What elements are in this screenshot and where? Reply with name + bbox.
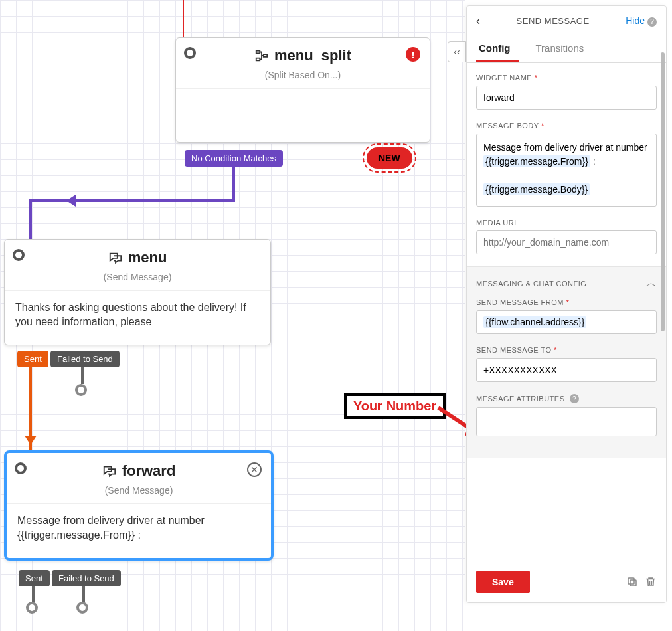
label-send-to: SEND MESSAGE TO *	[476, 346, 657, 354]
arrow-icon	[25, 436, 37, 445]
connector-line	[232, 166, 235, 201]
pill-no-condition[interactable]: No Condition Matches	[185, 150, 283, 167]
properties-panel: ‹ SEND MESSAGE Hide? Config Transitions …	[466, 5, 667, 603]
pill-failed[interactable]: Failed to Send	[52, 570, 121, 586]
widget-body: Message from delivery driver at number {…	[7, 504, 271, 558]
attributes-input[interactable]	[476, 407, 657, 436]
connector-line	[82, 586, 85, 603]
help-icon[interactable]: ?	[647, 17, 657, 27]
pill-sent[interactable]: Sent	[17, 351, 48, 367]
save-button[interactable]: Save	[476, 571, 530, 593]
scrollbar[interactable]	[661, 52, 665, 331]
widget-body	[176, 89, 430, 142]
pill-failed[interactable]: Failed to Send	[50, 351, 120, 367]
connector-line	[29, 199, 235, 202]
flow-canvas[interactable]: menu_split ! (Split Based On...) No Cond…	[0, 0, 465, 631]
arrow-icon	[66, 195, 76, 207]
widget-title: menu_split	[254, 47, 351, 64]
connector-line	[183, 0, 184, 37]
widget-subtitle: (Send Message)	[5, 272, 270, 291]
message-icon	[102, 464, 117, 478]
connector-line	[29, 367, 32, 460]
copy-icon[interactable]	[626, 576, 638, 588]
send-to-input[interactable]	[476, 358, 657, 382]
label-message-body: MESSAGE BODY *	[476, 122, 657, 130]
widget-body: Thanks for asking questions about the de…	[5, 291, 270, 345]
connector-line	[32, 586, 35, 603]
help-icon[interactable]: ?	[570, 394, 579, 403]
pill-sent[interactable]: Sent	[19, 570, 50, 586]
widget-title: forward	[102, 462, 176, 480]
label-send-from: SEND MESSAGE FROM *	[476, 298, 657, 306]
connector-dot[interactable]	[184, 47, 196, 59]
close-icon[interactable]: ✕	[247, 462, 262, 477]
trash-icon[interactable]	[645, 576, 657, 588]
label-media-url: MEDIA URL	[476, 219, 657, 226]
connector-dot[interactable]	[75, 384, 87, 396]
connector-dot[interactable]	[76, 602, 88, 614]
label-widget-name: WIDGET NAME *	[476, 74, 657, 82]
panel-collapse-button[interactable]: ‹‹	[448, 41, 466, 62]
message-body-input[interactable]: Message from delivery driver at number {…	[476, 134, 657, 207]
split-icon	[254, 48, 269, 63]
svg-rect-0	[256, 51, 260, 54]
send-from-input[interactable]: {{flow.channel.address}}	[476, 310, 657, 334]
connector-dot[interactable]	[15, 462, 27, 474]
svg-rect-1	[256, 58, 260, 61]
connector-dot[interactable]	[26, 602, 38, 614]
svg-rect-5	[628, 578, 634, 584]
tab-transitions[interactable]: Transitions	[533, 36, 593, 62]
label-attributes: MESSAGE ATTRIBUTES ?	[476, 394, 657, 403]
widget-menu[interactable]: menu (Send Message) Thanks for asking qu…	[4, 239, 271, 345]
widget-subtitle: (Split Based On...)	[176, 70, 430, 89]
panel-title: SEND MESSAGE	[480, 16, 626, 26]
widget-name-input[interactable]	[476, 86, 657, 110]
connector-dot[interactable]	[13, 249, 25, 261]
section-messaging-config[interactable]: MESSAGING & CHAT CONFIG ︿	[476, 276, 657, 298]
widget-subtitle: (Send Message)	[7, 485, 271, 504]
message-icon	[108, 250, 123, 265]
widget-title: menu	[108, 249, 167, 266]
annotation-label: Your Number	[344, 393, 446, 419]
chevron-up-icon: ︿	[646, 276, 657, 290]
tab-config[interactable]: Config	[476, 36, 519, 62]
widget-forward[interactable]: forward ✕ (Send Message) Message from de…	[4, 450, 274, 561]
pill-new-wrap[interactable]: NEW	[363, 143, 416, 173]
media-url-input[interactable]	[476, 230, 657, 254]
svg-rect-2	[264, 54, 268, 57]
connector-line	[81, 367, 84, 384]
hide-button[interactable]: Hide?	[626, 15, 657, 27]
pill-new: NEW	[367, 147, 412, 169]
widget-menu-split[interactable]: menu_split ! (Split Based On...)	[175, 37, 430, 143]
error-icon: !	[406, 47, 420, 62]
svg-rect-4	[630, 580, 636, 586]
